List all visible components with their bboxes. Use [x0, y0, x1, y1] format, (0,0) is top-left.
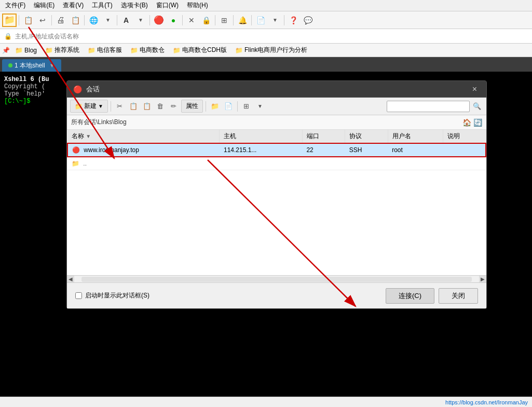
dlg-toolbar-sep-2: [206, 101, 206, 112]
bookmark-folder-icon-2: 📁: [45, 47, 53, 54]
toolbar-btn-font[interactable]: A: [119, 14, 133, 26]
toolbar-separator-6: [182, 15, 183, 25]
bookmark-flink-label: Flink电商用户行为分析: [244, 46, 307, 55]
toolbar-btn-copy[interactable]: 🖨: [54, 14, 67, 26]
show-on-startup-label: 启动时显示此对话框(S): [85, 291, 149, 300]
sessions-table-container: 名称 ▼ 主机 端口 协议 用户名 说明 🔴 www.ironmanjay.to…: [67, 130, 486, 275]
toolbar-btn-cross[interactable]: ✕: [185, 14, 198, 26]
address-bar: 🔒: [0, 29, 532, 44]
toolbar-btn-2[interactable]: 📋: [21, 14, 35, 26]
dlg-btn-delete[interactable]: 🗑: [154, 100, 167, 113]
toolbar-btn-arrow2[interactable]: ▼: [268, 14, 282, 26]
new-session-label: 新建: [84, 102, 97, 111]
toolbar-btn-bell[interactable]: 🔔: [236, 14, 249, 26]
row-note-cell: [443, 143, 486, 157]
th-username[interactable]: 用户名: [388, 130, 443, 143]
breadcrumb-home-icon[interactable]: 🏠: [462, 118, 471, 127]
toolbar-btn-question[interactable]: ❓: [287, 14, 300, 26]
dlg-search-icon[interactable]: 🔍: [471, 100, 483, 113]
bookmark-flink[interactable]: 📁 Flink电商用户行为分析: [232, 45, 310, 56]
th-note[interactable]: 说明: [443, 130, 486, 143]
horizontal-scrollbar[interactable]: ◀ ▶: [67, 275, 486, 282]
hscroll-right-btn[interactable]: ▶: [479, 276, 486, 283]
menu-bar: 文件(F) 编辑(E) 查看(V) 工具(T) 选项卡(B) 窗口(W) 帮助(…: [0, 0, 532, 11]
dlg-btn-file[interactable]: 📄: [222, 100, 235, 113]
dlg-btn-view-arrow[interactable]: ▼: [254, 100, 266, 113]
th-host[interactable]: 主机: [220, 130, 302, 143]
bookmark-ecommerce-cdh[interactable]: 📁 电商数仓CDH版: [170, 45, 230, 56]
toolbar-btn-arrow[interactable]: ▼: [101, 14, 115, 26]
bookmark-blog-label: Blog: [24, 47, 37, 54]
toolbar-btn-lock[interactable]: 🔒: [199, 14, 213, 26]
dialog-search-input[interactable]: [387, 101, 470, 112]
tab-status-dot: [8, 63, 12, 67]
table-row[interactable]: 🔴 www.ironmanjay.top 114.215.1... 22 SSH…: [67, 143, 486, 157]
properties-button[interactable]: 属性: [181, 100, 203, 113]
toolbar-btn-green[interactable]: ●: [167, 14, 180, 26]
bookmark-recommend[interactable]: 📁 推荐系统: [42, 45, 83, 56]
th-protocol[interactable]: 协议: [345, 130, 388, 143]
connect-button[interactable]: 连接(C): [386, 288, 434, 304]
new-session-button[interactable]: 📁 新建 ▼: [70, 100, 108, 113]
table-body: 🔴 www.ironmanjay.top 114.215.1... 22 SSH…: [67, 143, 486, 170]
menu-file[interactable]: 文件(F): [2, 0, 29, 11]
th-port[interactable]: 端口: [302, 130, 345, 143]
bookmark-ecommerce[interactable]: 📁 电商数仓: [127, 45, 168, 56]
show-on-startup-checkbox[interactable]: [75, 292, 82, 299]
bookmark-recommend-label: 推荐系统: [54, 46, 79, 55]
bookmark-blog[interactable]: 📁 Blog: [12, 46, 40, 55]
toolbar-btn-font-arrow[interactable]: ▼: [134, 14, 147, 26]
toolbar-btn-red[interactable]: 🔴: [152, 14, 166, 26]
session-icon: 🔴: [72, 146, 80, 154]
lock-icon: 🔒: [4, 33, 12, 40]
toolbar-separator-8: [233, 15, 234, 25]
properties-label: 属性: [186, 102, 198, 111]
new-session-dropdown-icon: ▼: [98, 103, 103, 109]
hscroll-track[interactable]: [81, 277, 472, 282]
th-name[interactable]: 名称 ▼: [67, 130, 220, 143]
toolbar-btn-paste[interactable]: 📋: [69, 14, 82, 26]
tab-label: 1 本地shell: [15, 61, 45, 70]
dlg-btn-copy[interactable]: 📋: [127, 100, 140, 113]
dlg-btn-paste[interactable]: 📋: [141, 100, 153, 113]
dlg-btn-folder[interactable]: 📁: [209, 100, 221, 113]
dialog-close-button[interactable]: ×: [469, 84, 480, 95]
menu-view[interactable]: 查看(V): [60, 0, 87, 11]
bookmark-folder-icon-4: 📁: [130, 47, 138, 54]
dialog-title-icon: 🔴: [73, 85, 82, 93]
toolbar-btn-3[interactable]: ↩: [36, 14, 49, 26]
tab-close-icon[interactable]: ▼: [49, 62, 55, 69]
bookmark-telecom[interactable]: 📁 电信客服: [85, 45, 125, 56]
menu-tabs[interactable]: 选项卡(B): [118, 0, 151, 11]
toolbar-separator-7: [215, 15, 215, 25]
menu-tools[interactable]: 工具(T): [89, 0, 115, 11]
toolbar-btn-grid[interactable]: ⊞: [217, 14, 231, 26]
dlg-btn-cut[interactable]: ✂: [114, 100, 126, 113]
dialog-footer: 启动时显示此对话框(S) 连接(C) 关闭: [67, 282, 486, 308]
breadcrumb-path-text: 所有会话\Links\Blog: [71, 118, 127, 127]
row-protocol-cell: SSH: [345, 143, 388, 157]
bookmark-telecom-label: 电信客服: [97, 46, 122, 55]
dialog-title-text: 会话: [86, 85, 469, 94]
table-row-parent[interactable]: 📁 ..: [67, 157, 486, 170]
bookmark-folder-icon-6: 📁: [235, 47, 243, 54]
bookmark-folder-icon-5: 📁: [173, 47, 181, 54]
breadcrumb-refresh-icon[interactable]: 🔄: [473, 118, 482, 127]
menu-help[interactable]: 帮助(H): [184, 0, 211, 11]
parent-dir-cell: 📁 ..: [67, 157, 486, 170]
close-dialog-button[interactable]: 关闭: [439, 288, 478, 304]
toolbar-btn-globe[interactable]: 🌐: [87, 14, 100, 26]
menu-edit[interactable]: 编辑(E): [31, 0, 58, 11]
open-folder-button[interactable]: 📁: [2, 13, 17, 27]
toolbar-btn-copy2[interactable]: 📄: [254, 14, 267, 26]
footer-left: 启动时显示此对话框(S): [75, 291, 149, 300]
bookmark-ecommerce-cdh-label: 电商数仓CDH版: [182, 46, 227, 55]
toolbar-btn-chat[interactable]: 💬: [301, 14, 315, 26]
hscroll-left-btn[interactable]: ◀: [67, 276, 74, 283]
address-input[interactable]: [15, 31, 528, 42]
pin-icon: 📌: [2, 47, 10, 54]
dlg-btn-rename[interactable]: ✏: [168, 100, 180, 113]
menu-window[interactable]: 窗口(W): [153, 0, 182, 11]
dlg-btn-view[interactable]: ⊞: [240, 100, 253, 113]
tab-local-shell[interactable]: 1 本地shell ▼: [2, 59, 61, 72]
